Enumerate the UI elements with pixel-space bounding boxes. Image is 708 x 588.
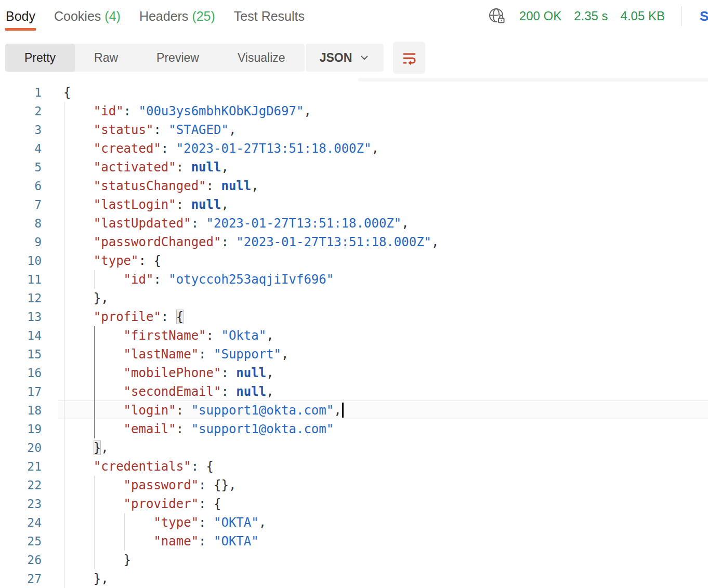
line-number: 1	[0, 83, 42, 102]
save-response-button[interactable]: S	[700, 8, 708, 24]
line-number: 21	[0, 457, 42, 476]
line-number: 4	[0, 139, 42, 158]
code-line[interactable]: 26 }	[0, 551, 708, 569]
response-body-editor[interactable]: 1{2 "id": "00u3ys6mbhKObKJgD697",3 "stat…	[0, 83, 708, 588]
line-content: }	[63, 551, 131, 569]
code-line[interactable]: 14 "firstName": "Okta",	[0, 326, 708, 345]
line-content: "lastUpdated": "2023-01-27T13:51:18.000Z…	[63, 214, 409, 233]
code-line[interactable]: 20 },	[0, 438, 708, 457]
line-content: "type": {	[63, 251, 161, 270]
code-lines: 1{2 "id": "00u3ys6mbhKObKJgD697",3 "stat…	[0, 83, 708, 588]
code-line[interactable]: 22 "password": {},	[0, 476, 708, 495]
line-number: 16	[0, 364, 42, 382]
view-pretty[interactable]: Pretty	[5, 44, 75, 72]
line-content: "profile": {	[63, 308, 183, 326]
line-content: {	[63, 83, 71, 102]
view-visualize[interactable]: Visualize	[218, 44, 305, 72]
wrap-text-button[interactable]	[393, 42, 425, 74]
code-line[interactable]: 27 },	[0, 569, 708, 588]
code-line[interactable]: 11 "id": "otyccoh253aqjiIvf696"	[0, 270, 708, 289]
divider	[681, 6, 682, 26]
line-number: 22	[0, 476, 42, 495]
line-number: 5	[0, 158, 42, 177]
line-number: 25	[0, 532, 42, 551]
tab-count-badge: (25)	[192, 9, 215, 24]
line-number: 27	[0, 569, 42, 588]
line-number: 6	[0, 177, 42, 195]
response-status-cluster: 200 OK 2.35 s 4.05 KB S	[488, 0, 708, 32]
tab-label: Cookies	[54, 9, 101, 24]
code-line[interactable]: 8 "lastUpdated": "2023-01-27T13:51:18.00…	[0, 214, 708, 233]
tab-body[interactable]: Body	[5, 0, 36, 32]
code-line[interactable]: 1{	[0, 83, 708, 102]
code-line[interactable]: 12 },	[0, 289, 708, 308]
horizontal-scrollbar[interactable]	[358, 78, 708, 82]
tab-test-results[interactable]: Test Results	[233, 0, 305, 32]
tab-label: Body	[6, 9, 35, 24]
line-number: 17	[0, 382, 42, 401]
code-line[interactable]: 18 "login": "support1@okta.com",	[0, 401, 708, 420]
line-content: "statusChanged": null,	[63, 177, 259, 195]
line-number: 10	[0, 251, 42, 270]
line-content: "mobilePhone": null,	[63, 364, 274, 382]
line-content: "login": "support1@okta.com",	[63, 401, 344, 420]
code-line[interactable]: 5 "activated": null,	[0, 158, 708, 177]
line-content: "email": "support1@okta.com"	[63, 420, 334, 438]
text-wrap-icon	[400, 48, 418, 67]
code-line[interactable]: 7 "lastLogin": null,	[0, 195, 708, 214]
code-line[interactable]: 10 "type": {	[0, 251, 708, 270]
line-content: },	[63, 289, 109, 308]
response-size[interactable]: 4.05 KB	[621, 9, 665, 23]
code-line[interactable]: 17 "secondEmail": null,	[0, 382, 708, 401]
code-line[interactable]: 25 "name": "OKTA"	[0, 532, 708, 551]
line-number: 23	[0, 495, 42, 513]
code-line[interactable]: 4 "created": "2023-01-27T13:51:18.000Z",	[0, 139, 708, 158]
line-content: },	[63, 438, 109, 457]
code-line[interactable]: 2 "id": "00u3ys6mbhKObKJgD697",	[0, 102, 708, 121]
line-number: 19	[0, 420, 42, 438]
view-raw[interactable]: Raw	[75, 44, 137, 72]
line-number: 26	[0, 551, 42, 569]
language-select[interactable]: JSON	[306, 44, 384, 72]
line-content: "id": "otyccoh253aqjiIvf696"	[63, 270, 334, 289]
code-line[interactable]: 15 "lastName": "Support",	[0, 345, 708, 364]
code-line[interactable]: 19 "email": "support1@okta.com"	[0, 420, 708, 438]
code-line[interactable]: 9 "passwordChanged": "2023-01-27T13:51:1…	[0, 233, 708, 251]
code-line[interactable]: 16 "mobilePhone": null,	[0, 364, 708, 382]
code-line[interactable]: 21 "credentials": {	[0, 457, 708, 476]
line-content: "created": "2023-01-27T13:51:18.000Z",	[63, 139, 379, 158]
tab-headers[interactable]: Headers(25)	[139, 0, 216, 32]
line-content: "password": {},	[63, 476, 236, 495]
response-time[interactable]: 2.35 s	[574, 9, 608, 23]
view-preview[interactable]: Preview	[137, 44, 218, 72]
line-number: 9	[0, 233, 42, 251]
line-number: 15	[0, 345, 42, 364]
code-line[interactable]: 6 "statusChanged": null,	[0, 177, 708, 195]
line-number: 14	[0, 326, 42, 345]
language-label: JSON	[320, 51, 352, 65]
code-line[interactable]: 23 "provider": {	[0, 495, 708, 513]
line-number: 8	[0, 214, 42, 233]
line-number: 20	[0, 438, 42, 457]
text-cursor	[342, 403, 344, 418]
line-content: "status": "STAGED",	[63, 121, 236, 139]
globe-lock-icon[interactable]	[488, 7, 506, 25]
line-content: "lastName": "Support",	[63, 345, 289, 364]
chevron-down-icon	[359, 52, 370, 63]
code-line[interactable]: 13 "profile": {	[0, 308, 708, 326]
line-number: 12	[0, 289, 42, 308]
line-content: "lastLogin": null,	[63, 195, 229, 214]
line-number: 3	[0, 121, 42, 139]
line-content: },	[63, 569, 109, 588]
tab-label: Headers	[139, 9, 189, 24]
code-line[interactable]: 3 "status": "STAGED",	[0, 121, 708, 139]
code-line[interactable]: 24 "type": "OKTA",	[0, 513, 708, 532]
status-code[interactable]: 200 OK	[519, 9, 561, 23]
line-content: "secondEmail": null,	[63, 382, 274, 401]
tab-cookies[interactable]: Cookies(4)	[54, 0, 121, 32]
line-content: "passwordChanged": "2023-01-27T13:51:18.…	[63, 233, 439, 251]
line-content: "id": "00u3ys6mbhKObKJgD697",	[63, 102, 311, 121]
body-view-toolbar: PrettyRawPreviewVisualize JSON	[5, 42, 708, 74]
tab-count-badge: (4)	[104, 9, 121, 24]
line-number: 18	[0, 401, 42, 420]
